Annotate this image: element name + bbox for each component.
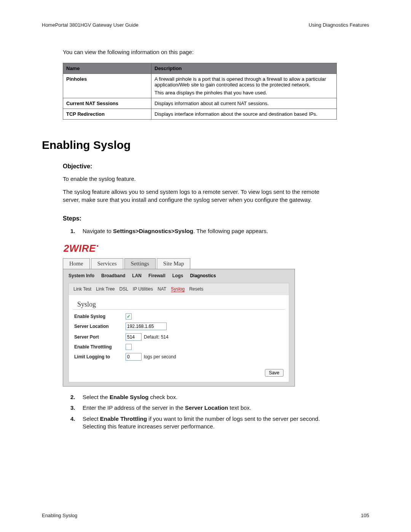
cell-desc-line: A firewall pinhole is a port that is ope… <box>155 76 333 88</box>
ttab-nat[interactable]: NAT <box>158 286 166 292</box>
subtab-system-info[interactable]: System Info <box>68 273 94 278</box>
table-row: Current NAT Sessions Displays informatio… <box>63 98 337 109</box>
header-right: Using Diagnostics Features <box>309 22 369 28</box>
tab-services[interactable]: Services <box>91 258 123 269</box>
steps-list: 1. Navigate to Settings>Diagnostics>Sysl… <box>70 227 337 235</box>
subtab-lan[interactable]: LAN <box>132 273 142 278</box>
ttab-link-test[interactable]: Link Test <box>73 286 91 292</box>
limit-logging-input[interactable] <box>126 353 142 361</box>
cell-desc-line: This area displays the pinholes that you… <box>155 90 333 96</box>
logo-text: 2WIRE <box>64 243 96 254</box>
limit-logging-label: Limit Logging to <box>74 354 126 359</box>
enable-syslog-checkbox[interactable]: ✓ <box>126 313 132 320</box>
syslog-form: Enable Syslog ✓ Server Location Server P… <box>69 310 289 361</box>
panel-title: Syslog <box>73 295 285 310</box>
step-3: 3. Enter the IP address of the server in… <box>70 404 337 412</box>
table-row: Pinholes A firewall pinhole is a port th… <box>63 74 337 98</box>
description-table: Name Description Pinholes A firewall pin… <box>63 63 337 120</box>
objective-paragraph: The syslog feature allows you to send sy… <box>63 188 337 204</box>
step-bold: Enable Throttling <box>100 415 147 422</box>
ttab-dsl[interactable]: DSL <box>119 286 128 292</box>
ttab-resets[interactable]: Resets <box>189 286 203 292</box>
logo-dot-icon: • <box>97 243 99 249</box>
row-limit-logging: Limit Logging to logs per second <box>74 353 284 361</box>
embedded-ui-screenshot: 2WIRE• Home Services Settings Site Map S… <box>63 240 295 387</box>
page-footer: Enabling Syslog 105 <box>42 513 369 518</box>
tab-sitemap[interactable]: Site Map <box>157 258 191 269</box>
step-number: 2. <box>70 393 83 401</box>
step-pre: Select <box>83 415 100 422</box>
steps-label: Steps: <box>63 215 369 222</box>
step-number: 3. <box>70 404 83 412</box>
step-bold: Settings>Diagnostics>Syslog <box>113 228 193 234</box>
th-description: Description <box>151 63 337 74</box>
header-left: HomePortal 3801HGV Gateway User Guide <box>42 22 139 28</box>
step-bold: Server Location <box>185 404 228 411</box>
subtab-firewall[interactable]: Firewall <box>148 273 166 278</box>
objective-text: To enable the syslog feature. <box>63 175 337 183</box>
section-heading: Enabling Syslog <box>42 139 369 152</box>
subtab-logs[interactable]: Logs <box>172 273 183 278</box>
cell-name: TCP Redirection <box>63 109 151 120</box>
cell-desc: A firewall pinhole is a port that is ope… <box>151 74 337 98</box>
cell-name: Current NAT Sessions <box>63 98 151 109</box>
objective-label: Objective: <box>63 163 369 170</box>
ttab-link-tree[interactable]: Link Tree <box>96 286 115 292</box>
tab-settings[interactable]: Settings <box>124 258 156 269</box>
step-pre: Select the <box>83 394 110 400</box>
subtab-diagnostics[interactable]: Diagnostics <box>190 273 216 278</box>
logo-2wire: 2WIRE• <box>63 240 295 256</box>
step-pre: Enter the IP address of the server in th… <box>83 404 185 411</box>
save-button[interactable]: Save <box>265 369 284 377</box>
step-post: . The following page appears. <box>193 228 268 234</box>
row-server-location: Server Location <box>74 323 284 330</box>
enable-syslog-label: Enable Syslog <box>74 314 126 319</box>
row-enable-syslog: Enable Syslog ✓ <box>74 313 284 320</box>
diagnostics-panel: Link Test Link Tree DSL IP Utilities NAT… <box>68 283 289 382</box>
step-2: 2. Select the Enable Syslog check box. <box>70 393 337 401</box>
server-location-input[interactable] <box>126 323 167 330</box>
step-4: 4. Select Enable Throttling if you want … <box>70 415 337 431</box>
step-post: check box. <box>148 394 177 400</box>
tab-home[interactable]: Home <box>63 258 90 269</box>
steps-list-continued: 2. Select the Enable Syslog check box. 3… <box>70 393 337 430</box>
enable-throttling-checkbox[interactable] <box>126 344 132 350</box>
step-post: text box. <box>228 404 251 411</box>
step-pre: Navigate to <box>83 228 113 234</box>
step-number: 1. <box>70 227 83 235</box>
footer-page-number: 105 <box>361 513 369 518</box>
cell-desc: Displays information about all current N… <box>151 98 337 109</box>
primary-tabs: Home Services Settings Site Map <box>63 258 295 269</box>
row-server-port: Server Port Default: 514 <box>74 333 284 341</box>
ttab-ip-utilities[interactable]: IP Utilities <box>133 286 153 292</box>
server-port-label: Server Port <box>74 334 126 340</box>
row-enable-throttling: Enable Throttling <box>74 344 284 350</box>
intro-text: You can view the following information o… <box>63 49 369 55</box>
step-bold: Enable Syslog <box>110 394 149 400</box>
th-name: Name <box>63 63 151 74</box>
step-1: 1. Navigate to Settings>Diagnostics>Sysl… <box>70 227 337 235</box>
server-port-default: Default: 514 <box>144 334 169 340</box>
third-tabs: Link Test Link Tree DSL IP Utilities NAT… <box>69 283 289 295</box>
cell-desc: Displays interface information about the… <box>151 109 337 120</box>
ttab-syslog[interactable]: Syslog <box>171 286 185 292</box>
table-row: TCP Redirection Displays interface infor… <box>63 109 337 120</box>
server-location-label: Server Location <box>74 324 126 329</box>
running-header: HomePortal 3801HGV Gateway User Guide Us… <box>42 22 369 28</box>
settings-subnav-bar: System Info Broadband LAN Firewall Logs … <box>63 269 295 387</box>
limit-logging-suffix: logs per second <box>144 354 176 359</box>
sub-tabs: System Info Broadband LAN Firewall Logs … <box>68 273 289 278</box>
subtab-broadband[interactable]: Broadband <box>101 273 125 278</box>
step-number: 4. <box>70 415 83 431</box>
footer-left: Enabling Syslog <box>42 513 77 518</box>
enable-throttling-label: Enable Throttling <box>74 344 126 350</box>
server-port-input[interactable] <box>126 333 142 341</box>
cell-name: Pinholes <box>63 74 151 98</box>
